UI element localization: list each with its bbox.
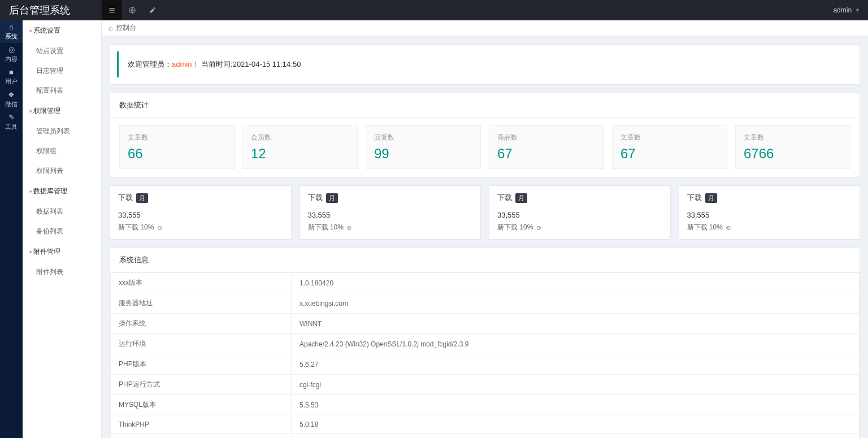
globe-icon [128, 6, 136, 14]
sidebar-group-system-settings[interactable]: ▾系统设置 [23, 20, 101, 41]
table-row: 操作系统WINNT [111, 314, 860, 334]
sidebar-item-log-management[interactable]: 日志管理 [23, 61, 101, 81]
rail-item-system[interactable]: ⌂系统 [0, 20, 23, 43]
system-info-title: 系统信息 [110, 248, 860, 272]
stat-card: 文章数6766 [735, 125, 850, 169]
content-icon: ◎ [8, 46, 15, 53]
sidebar-item-backup-list[interactable]: 备份列表 [23, 222, 101, 241]
download-card: 下载月 33,555 新下载 10%☺ [679, 185, 861, 240]
globe-button[interactable] [122, 0, 142, 20]
month-tag: 月 [326, 193, 338, 203]
table-row: MYSQL版本5.5.53 [111, 395, 860, 415]
chevron-down-icon: ▼ [855, 7, 860, 13]
stats-panel: 数据统计 文章数66 会员数12 回复数99 商品数67 文章数67 文章数67… [110, 93, 860, 177]
user-menu[interactable]: admin ▼ [833, 6, 868, 14]
secondary-sidebar: ▾系统设置 站点设置 日志管理 配置列表 ▾权限管理 管理员列表 权限组 权限列… [23, 20, 102, 438]
table-row: 上传附件限制2M [111, 434, 860, 439]
welcome-banner: 欢迎管理员：admin！ 当前时间:2021-04-15 11:14:50 [117, 51, 853, 77]
sidebar-group-permission[interactable]: ▾权限管理 [23, 101, 101, 122]
sidebar-item-attachment-list[interactable]: 附件列表 [23, 262, 101, 282]
primary-nav-rail: ⌂系统 ◎内容 ■用户 ❖微信 ✎工具 [0, 20, 23, 438]
month-tag: 月 [705, 193, 717, 203]
welcome-user: admin！ [172, 60, 199, 68]
caret-icon: ▾ [29, 249, 32, 255]
welcome-time: 当前时间:2021-04-15 11:14:50 [201, 60, 301, 68]
smile-icon: ☺ [725, 224, 732, 232]
topbar: 后台管理系统 admin ▼ [0, 0, 868, 20]
user-name: admin [833, 6, 852, 14]
system-info-table: xxx版本1.0.180420服务器地址x.xuebingsi.com操作系统W… [110, 272, 860, 438]
caret-icon: ▾ [29, 189, 32, 194]
clear-cache-button[interactable] [142, 0, 163, 20]
rail-item-wechat[interactable]: ❖微信 [0, 88, 23, 111]
caret-icon: ▾ [29, 28, 32, 34]
download-card: 下载月 33,555 新下载 10%☺ [300, 185, 481, 240]
smile-icon: ☺ [346, 224, 353, 232]
menu-toggle-button[interactable] [102, 0, 122, 20]
sidebar-item-site-settings[interactable]: 站点设置 [23, 41, 101, 61]
caret-icon: ▾ [29, 109, 32, 114]
sidebar-group-database[interactable]: ▾数据库管理 [23, 181, 101, 202]
sidebar-item-config-list[interactable]: 配置列表 [23, 81, 101, 101]
sidebar-item-permission-group[interactable]: 权限组 [23, 141, 101, 161]
home-icon: ⌂ [108, 24, 112, 32]
download-card: 下载月 33,555 新下载 10%☺ [489, 185, 671, 240]
table-row: 服务器地址x.xuebingsi.com [111, 293, 860, 314]
rail-item-user[interactable]: ■用户 [0, 66, 23, 88]
system-info-panel: 系统信息 xxx版本1.0.180420服务器地址x.xuebingsi.com… [110, 248, 860, 438]
home-icon: ⌂ [9, 23, 14, 31]
tab-bar: ⌂ 控制台 [102, 20, 868, 36]
month-tag: 月 [136, 193, 148, 203]
brush-icon [149, 6, 157, 14]
table-row: PHP运行方式cgi-fcgi [111, 375, 860, 395]
tool-icon: ✎ [8, 114, 15, 121]
smile-icon: ☺ [535, 224, 542, 232]
sidebar-group-attachment[interactable]: ▾附件管理 [23, 241, 101, 262]
sidebar-item-admin-list[interactable]: 管理员列表 [23, 122, 101, 141]
menu-icon [108, 6, 116, 14]
stat-card: 会员数12 [242, 125, 358, 169]
wechat-icon: ❖ [8, 91, 15, 98]
table-row: xxx版本1.0.180420 [111, 273, 860, 293]
stat-card: 文章数67 [612, 125, 727, 169]
rail-item-content[interactable]: ◎内容 [0, 43, 23, 66]
main-area: ⌂ 控制台 欢迎管理员：admin！ 当前时间:2021-04-15 11:14… [102, 20, 868, 438]
table-row: PHP版本5.6.27 [111, 354, 860, 375]
sidebar-item-permission-list[interactable]: 权限列表 [23, 161, 101, 181]
stat-card: 回复数99 [366, 125, 481, 169]
download-cards-row: 下载月 33,555 新下载 10%☺ 下载月 33,555 新下载 10%☺ … [110, 185, 860, 240]
brand: 后台管理系统 [0, 3, 102, 17]
stat-card: 文章数66 [119, 125, 235, 169]
tab-dashboard[interactable]: 控制台 [116, 23, 136, 33]
download-card: 下载月 33,555 新下载 10%☺ [110, 185, 292, 240]
sidebar-item-data-list[interactable]: 数据列表 [23, 202, 101, 222]
table-row: 运行环境Apache/2.4.23 (Win32) OpenSSL/1.0.2j… [111, 334, 860, 354]
smile-icon: ☺ [156, 224, 163, 232]
user-icon: ■ [9, 68, 14, 76]
table-row: ThinkPHP5.0.18 [111, 415, 860, 434]
stats-title: 数据统计 [110, 93, 860, 118]
stat-card: 商品数67 [489, 125, 604, 169]
rail-item-tools[interactable]: ✎工具 [0, 111, 23, 133]
month-tag: 月 [515, 193, 527, 203]
